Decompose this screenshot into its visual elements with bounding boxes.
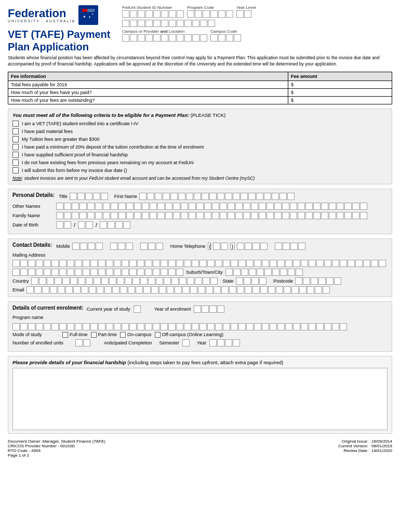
year-completion-boxes[interactable] bbox=[209, 339, 240, 347]
box[interactable] bbox=[106, 269, 113, 276]
box[interactable] bbox=[20, 260, 28, 267]
box[interactable] bbox=[137, 269, 144, 276]
box[interactable] bbox=[282, 203, 289, 210]
box[interactable] bbox=[156, 277, 163, 285]
address-row1[interactable] bbox=[12, 260, 388, 267]
box[interactable] bbox=[59, 260, 66, 267]
box[interactable] bbox=[77, 193, 85, 200]
box[interactable] bbox=[159, 286, 166, 294]
box[interactable] bbox=[140, 277, 148, 285]
box[interactable] bbox=[248, 193, 256, 200]
box[interactable] bbox=[106, 260, 113, 267]
box[interactable] bbox=[202, 305, 209, 313]
address-row2[interactable]: Suburb/Town/City bbox=[12, 269, 388, 276]
program-name-boxes[interactable] bbox=[12, 323, 347, 330]
box[interactable] bbox=[187, 10, 194, 18]
box[interactable] bbox=[75, 269, 82, 276]
box[interactable] bbox=[90, 269, 98, 276]
box[interactable] bbox=[285, 323, 292, 330]
box[interactable] bbox=[138, 20, 145, 27]
box[interactable] bbox=[104, 286, 112, 294]
box[interactable] bbox=[337, 203, 344, 210]
box[interactable] bbox=[245, 243, 252, 250]
box[interactable] bbox=[101, 277, 109, 285]
box[interactable] bbox=[298, 243, 305, 250]
box[interactable] bbox=[305, 212, 313, 219]
box[interactable] bbox=[223, 323, 230, 330]
box[interactable] bbox=[44, 269, 51, 276]
box[interactable] bbox=[326, 277, 334, 285]
box[interactable] bbox=[324, 260, 331, 267]
box[interactable] bbox=[186, 193, 193, 200]
box[interactable] bbox=[79, 203, 87, 210]
box[interactable] bbox=[215, 260, 222, 267]
box[interactable] bbox=[287, 193, 295, 200]
box[interactable] bbox=[163, 193, 170, 200]
box[interactable] bbox=[100, 221, 107, 229]
box[interactable] bbox=[225, 339, 232, 347]
criteria-checkbox[interactable] bbox=[12, 167, 19, 174]
box[interactable] bbox=[321, 212, 328, 219]
box[interactable] bbox=[290, 212, 297, 219]
full-time-radio[interactable] bbox=[62, 332, 68, 338]
box[interactable] bbox=[254, 323, 261, 330]
box[interactable] bbox=[96, 243, 103, 250]
box[interactable] bbox=[189, 203, 196, 210]
box[interactable] bbox=[67, 323, 74, 330]
box[interactable] bbox=[275, 243, 282, 250]
box[interactable] bbox=[36, 269, 43, 276]
box[interactable] bbox=[288, 269, 295, 276]
box[interactable] bbox=[167, 286, 174, 294]
box[interactable] bbox=[78, 277, 85, 285]
box[interactable] bbox=[272, 193, 279, 200]
box[interactable] bbox=[231, 260, 238, 267]
box[interactable] bbox=[150, 203, 157, 210]
box[interactable] bbox=[120, 286, 127, 294]
box[interactable] bbox=[181, 212, 188, 219]
box[interactable] bbox=[200, 20, 207, 27]
box[interactable] bbox=[81, 286, 88, 294]
box[interactable] bbox=[236, 10, 244, 18]
part-time-option[interactable]: Part-time bbox=[91, 332, 117, 338]
box[interactable] bbox=[94, 277, 101, 285]
box[interactable] bbox=[340, 323, 347, 330]
dob-boxes[interactable] bbox=[56, 221, 71, 229]
box[interactable] bbox=[126, 212, 134, 219]
box[interactable] bbox=[352, 203, 359, 210]
box[interactable] bbox=[243, 212, 250, 219]
box[interactable] bbox=[129, 260, 137, 267]
box[interactable] bbox=[192, 34, 199, 42]
box[interactable] bbox=[72, 212, 79, 219]
box[interactable] bbox=[157, 212, 165, 219]
dob-year-boxes[interactable] bbox=[100, 221, 130, 229]
box[interactable] bbox=[238, 260, 246, 267]
box[interactable] bbox=[233, 339, 240, 347]
box[interactable] bbox=[73, 286, 81, 294]
box[interactable] bbox=[262, 260, 269, 267]
box[interactable] bbox=[88, 243, 95, 250]
box[interactable] bbox=[217, 305, 224, 313]
box[interactable] bbox=[259, 212, 266, 219]
box[interactable] bbox=[276, 286, 283, 294]
box[interactable] bbox=[259, 203, 266, 210]
box[interactable] bbox=[209, 339, 217, 347]
box[interactable] bbox=[190, 286, 197, 294]
year-level-boxes[interactable] bbox=[236, 10, 251, 18]
box[interactable] bbox=[260, 243, 268, 250]
box[interactable] bbox=[371, 260, 378, 267]
box[interactable] bbox=[299, 286, 306, 294]
box[interactable] bbox=[115, 221, 123, 229]
box[interactable] bbox=[244, 277, 251, 285]
box[interactable] bbox=[169, 20, 176, 27]
criteria-checkbox[interactable] bbox=[12, 128, 19, 135]
address-boxes-left[interactable] bbox=[12, 269, 183, 276]
box[interactable] bbox=[329, 212, 336, 219]
box[interactable] bbox=[75, 339, 83, 347]
box[interactable] bbox=[266, 203, 274, 210]
box[interactable] bbox=[344, 203, 352, 210]
box[interactable] bbox=[379, 260, 386, 267]
box[interactable] bbox=[291, 286, 299, 294]
box[interactable] bbox=[301, 323, 308, 330]
fee-amount-cell[interactable]: $ bbox=[288, 88, 392, 96]
box[interactable] bbox=[307, 286, 314, 294]
